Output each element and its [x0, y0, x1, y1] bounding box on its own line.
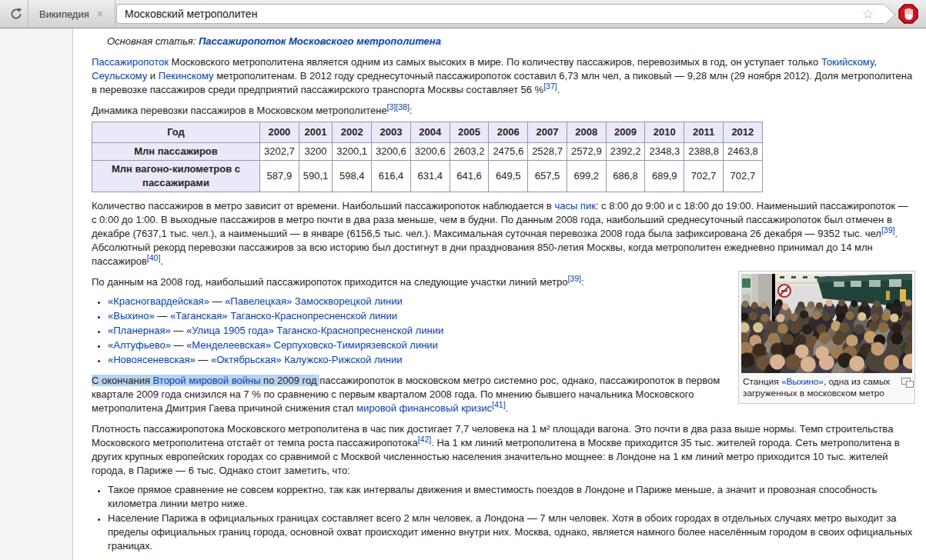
table-cell: 649,5 — [489, 161, 528, 192]
hatnote: Основная статья: Пассажиропоток Московск… — [107, 35, 915, 48]
text-link[interactable]: Таганско-Краснопресненской линии — [230, 310, 397, 322]
text-link[interactable]: Пассажиропоток — [92, 56, 169, 68]
table-cell: 2603,2 — [450, 143, 489, 161]
tab-close-icon[interactable]: × — [95, 8, 105, 19]
text-link[interactable]: Калужско-Рижской линии — [284, 354, 402, 365]
table-caption: Динамика перевозки пассажиров в Московск… — [92, 104, 915, 118]
text-run: Население Парижа в официальных границах … — [108, 512, 912, 552]
text-link[interactable]: «Выхино» — [108, 310, 155, 322]
paragraph-density: Плотность пассажиропотока Московского ме… — [92, 422, 915, 478]
table-header-cell: 2007 — [528, 122, 567, 143]
text-run: по 2009 год — [261, 375, 320, 386]
text-link[interactable]: «Планерная» — [108, 325, 171, 336]
text-link[interactable]: Второй мировой войны — [153, 375, 261, 386]
text-run: С окончания — [92, 375, 153, 386]
ref-link[interactable]: [37] — [543, 82, 557, 91]
table-cell: 2572,9 — [567, 143, 606, 161]
ref-link[interactable]: [40] — [147, 253, 161, 262]
text-link[interactable]: Пекинскому — [159, 70, 214, 82]
table-cell: 689,9 — [645, 161, 684, 192]
text-link[interactable]: Пассажиропоток Московского метрополитена — [199, 35, 441, 47]
table-cell: 699,2 — [567, 161, 606, 192]
text-run: Основная статья: — [107, 35, 199, 47]
stop-hand-extension-icon[interactable] — [897, 2, 920, 25]
text-link[interactable]: «Таганская» — [170, 310, 228, 322]
ref-link[interactable]: [3] — [387, 102, 396, 112]
table-cell: 2463,8 — [723, 143, 762, 161]
text-run: По данным на 2008 год, наибольший пассаж… — [92, 276, 567, 288]
bookmark-star-icon[interactable]: ☆ — [862, 6, 874, 22]
reload-button[interactable] — [5, 4, 28, 24]
table-cell: 3200 — [299, 143, 333, 161]
text-run: . — [160, 255, 163, 267]
table-header-cell: 2011 — [684, 122, 724, 143]
table-cell: 2528,7 — [528, 143, 567, 161]
text-link[interactable]: Таганско-Краснопресненской линии — [276, 325, 443, 336]
table-cell: 2348,3 — [645, 143, 684, 161]
browser-tab-wikipedia[interactable]: Википедия × — [28, 0, 115, 28]
ref-link[interactable]: [39] — [881, 225, 895, 235]
table-cell: 3202,7 — [260, 143, 299, 161]
paragraph-intro: Пассажиропоток Московского метрополитена… — [92, 55, 915, 97]
table-row-label: Млн пассажиров — [92, 143, 260, 161]
text-link[interactable]: «Менделеевская» — [186, 339, 271, 351]
text-run: : — [581, 276, 584, 288]
table-cell: 3200,6 — [410, 143, 450, 161]
text-link[interactable]: «Октябрьская» — [211, 354, 282, 365]
address-bar[interactable]: Московский метрополитен ☆ — [116, 4, 884, 24]
text-link[interactable]: «Улица 1905 года» — [186, 325, 274, 336]
table-header-cell: 2008 — [567, 122, 606, 143]
vykhino-station-photo[interactable] — [741, 274, 912, 373]
ref-link[interactable]: [38] — [396, 102, 410, 112]
text-run: . — [506, 402, 509, 414]
ref-link[interactable]: [42] — [418, 435, 432, 444]
magnify-icon[interactable] — [901, 378, 911, 385]
table-header-cell: 2005 — [450, 122, 489, 143]
text-link[interactable]: «Алтуфьево» — [108, 339, 171, 351]
table-header-cell: 2001 — [299, 122, 333, 143]
text-link[interactable]: «Выхино» — [781, 376, 824, 387]
table-header-cell: 2010 — [645, 122, 684, 143]
table-cell: 590,1 — [299, 161, 333, 192]
text-link[interactable]: Серпуховско-Тимирязевской линии — [274, 339, 438, 351]
text-link[interactable]: Токийскому — [821, 56, 874, 68]
text-run: Такое прямое сравнение не совсем коррект… — [108, 484, 877, 509]
photo-caption: Станция «Выхино», одна из самых загружен… — [741, 373, 912, 401]
text-link[interactable]: «Павелецкая» — [225, 295, 292, 307]
text-run: , — [874, 56, 877, 68]
text-link[interactable]: «Красногвардейская» — [108, 295, 209, 307]
table-cell: 702,7 — [684, 161, 724, 192]
text-link[interactable]: Сеульскому — [92, 70, 147, 82]
table-cell: 598,4 — [333, 161, 372, 192]
photo-caption-text: Станция «Выхино», одна из самых загружен… — [743, 376, 890, 398]
address-bar-point — [876, 5, 895, 24]
table-cell: 3200,6 — [372, 143, 411, 161]
list-item: Население Парижа в официальных границах … — [108, 512, 915, 553]
text-link[interactable]: Замоскворецкой линии — [295, 295, 403, 307]
wikipedia-page: Основная статья: Пассажиропоток Московск… — [0, 28, 926, 560]
ref-link[interactable]: [39] — [567, 274, 581, 283]
text-run: Московского метрополитена является одним… — [169, 56, 821, 68]
text-run: — — [155, 310, 170, 322]
text-link[interactable]: часы пик — [554, 200, 595, 212]
text-run: и — [147, 70, 159, 82]
table-cell: 641,6 — [450, 161, 489, 192]
table-header-cell: 2009 — [606, 122, 645, 143]
text-link[interactable]: мировой финансовый кризис — [356, 402, 492, 414]
table-header-cell: 2004 — [410, 122, 450, 143]
paragraph-time-of-day: Количество пассажиров в метро зависит от… — [92, 199, 915, 268]
text-run: Количество пассажиров в метро зависит от… — [92, 200, 554, 212]
text-run: — — [171, 339, 186, 351]
list-item: Такое прямое сравнение не совсем коррект… — [108, 483, 915, 511]
table-cell: 631,4 — [410, 161, 450, 192]
table-header-cell: 2006 — [489, 122, 528, 143]
chrome-separator — [115, 0, 115, 28]
reload-icon — [9, 7, 23, 21]
stop-hand-icon — [898, 4, 918, 24]
table-cell: 2475,6 — [489, 143, 528, 161]
ref-link[interactable]: [41] — [492, 400, 506, 409]
address-text: Московский метрополитен — [125, 8, 257, 20]
text-run: — — [209, 295, 225, 307]
text-link[interactable]: «Новоясеневская» — [108, 354, 196, 365]
text-run: метрополитенам. В 2012 году среднесуточн… — [92, 70, 912, 95]
